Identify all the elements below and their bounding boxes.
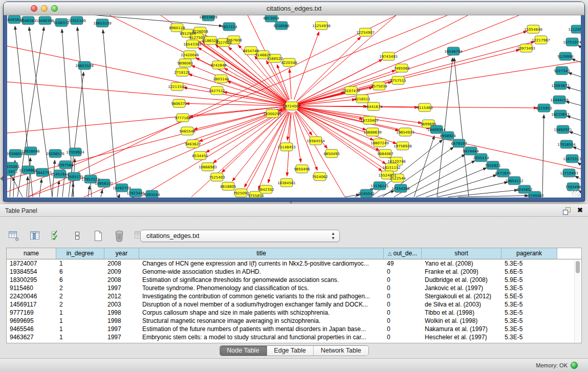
table-cell[interactable]: 1997 [104,333,139,341]
table-cell[interactable]: 2 [56,292,104,300]
table-cell[interactable]: 5.3E-5 [502,259,557,268]
table-cell[interactable]: Wolkin et al. (1998) [422,317,502,325]
table-row[interactable]: 977716911998Corpus callosum shape and si… [7,309,581,317]
table-scrollbar[interactable] [574,260,581,343]
table-cell[interactable]: 0 [384,292,422,300]
table-cell[interactable]: 0 [384,300,422,309]
table-cell[interactable]: 0 [384,309,422,317]
table-row[interactable]: 1938455462009Genome-wide association stu… [7,268,581,276]
table-cell[interactable]: Nakamura et al. (1997) [422,325,502,333]
table-cell[interactable]: 19384554 [7,268,56,276]
table-cell[interactable]: 1 [56,259,104,268]
table-row[interactable]: 946554611997Estimation of the future num… [7,325,581,333]
table-cell[interactable]: 5.3E-5 [502,300,557,309]
table-cell[interactable]: 0 [384,284,422,292]
table-cell[interactable]: Tibbo et al. (1998) [422,309,502,317]
table-cell[interactable]: Structural magnetic resonance image aver… [139,317,384,325]
table-cell[interactable]: Genome-wide association studies in ADHD. [139,268,384,276]
table-row[interactable]: 969969511998Structural magnetic resonanc… [7,317,581,325]
table-cell[interactable]: 6 [56,268,104,276]
table-cell[interactable]: Tourette syndrome. Phenomenology and cla… [139,284,384,292]
table-cell[interactable]: 5.5E-5 [502,292,557,300]
table-cell[interactable]: 5.9E-5 [502,276,557,284]
tab-node-table[interactable]: Node Table [220,346,267,356]
column-header-title[interactable]: title [139,248,384,259]
float-panel-icon[interactable] [562,207,571,215]
rows-button[interactable] [70,230,84,243]
table-cell[interactable]: Estimation of significance thresholds fo… [139,276,384,284]
table-cell[interactable]: 0 [384,325,422,333]
column-header-short[interactable]: short [422,248,502,259]
maximize-window-icon[interactable] [51,5,58,12]
panel-collapse-arrow-icon[interactable] [0,176,3,181]
table-cell[interactable]: Jankovic et al. (1997) [422,284,502,292]
table-cell[interactable]: 9699695 [7,317,56,325]
table-cell[interactable]: 1 [56,333,104,341]
tab-edge-table[interactable]: Edge Table [267,346,313,356]
network-canvas[interactable]: 1872400789601288912954822605891275031654… [7,15,581,198]
column-header-pagerank[interactable]: pagerank [502,248,557,259]
table-cell[interactable]: 6 [56,276,104,284]
column-header-in_degree[interactable]: in_degree [56,248,104,259]
window-resize-grip[interactable] [572,188,580,196]
table-cell[interactable]: 5.3E-5 [502,309,557,317]
table-row[interactable]: 1872400712008Changes of HCN gene express… [7,259,581,268]
table-cell[interactable]: 2009 [104,268,139,276]
table-cell[interactable]: 22420046 [7,292,56,300]
table-cell[interactable]: 1998 [104,317,139,325]
table-row[interactable]: 2242004622012Investigating the contribut… [7,292,581,300]
table-cell[interactable]: 0 [384,268,422,276]
table-cell[interactable]: 0 [384,276,422,284]
minimize-window-icon[interactable] [41,5,48,12]
table-cell[interactable]: Dudbridge et al. (2008) [422,276,502,284]
table-cell[interactable]: Changes of HCN gene expression and I(f) … [139,259,384,268]
table-cell[interactable]: 2012 [104,292,139,300]
table-cell[interactable]: 14569117 [7,300,56,309]
table-cell[interactable]: 2 [56,300,104,309]
table-cell[interactable]: 49 [384,259,422,268]
column-visibility-button[interactable] [28,230,42,243]
table-cell[interactable]: 2 [56,284,104,292]
table-cell[interactable]: 9115460 [7,284,56,292]
column-header-name[interactable]: name [7,248,56,259]
table-cell[interactable]: 9463627 [7,333,56,341]
table-cell[interactable]: 18300295 [7,276,56,284]
table-cell[interactable]: 1997 [104,284,139,292]
table-cell[interactable]: de Silva et al. (2003) [422,300,502,309]
table-cell[interactable]: Hescheler et al. (1997) [422,333,502,341]
table-settings-button[interactable]: ⚙ [7,230,21,243]
table-cell[interactable]: Embryonic stem cells: a model to study s… [139,333,384,341]
close-panel-icon[interactable]: ✖ [577,206,583,214]
table-cell[interactable]: 9777169 [7,309,56,317]
new-file-button[interactable] [91,230,105,243]
tab-network-table[interactable]: Network Table [314,346,368,356]
table-cell[interactable]: 5.3E-5 [502,317,557,325]
close-window-icon[interactable] [31,5,37,12]
table-cell[interactable]: 5.3E-5 [502,284,557,292]
table-cell[interactable]: 1998 [104,309,139,317]
table-cell[interactable]: Disruption of a novel member of a sodium… [139,300,384,309]
table-cell[interactable]: 1 [56,317,104,325]
table-cell[interactable]: 9465546 [7,325,56,333]
select-attributes-button[interactable] [49,230,63,243]
table-row[interactable]: 911546021997Tourette syndrome. Phenomeno… [7,284,581,292]
table-cell[interactable]: 5.3E-5 [502,333,557,341]
table-row[interactable]: 1456911722003Disruption of a novel membe… [7,300,581,309]
table-cell[interactable]: Corpus callosum shape and size in male p… [139,309,384,317]
table-cell[interactable]: 1997 [104,325,139,333]
column-header-year[interactable]: year [104,248,139,259]
table-cell[interactable]: 0 [384,317,422,325]
table-cell[interactable]: Franke et al. (2009) [422,268,502,276]
table-cell[interactable]: 2008 [104,259,139,268]
table-cell[interactable]: 2003 [104,300,139,309]
table-row[interactable]: 1830029562008Estimation of significance … [7,276,581,284]
network-window-titlebar[interactable]: citations_edges.txt [4,2,584,15]
delete-button[interactable] [112,230,126,243]
table-cell[interactable]: Estimation of the future numbers of pati… [139,325,384,333]
table-cell[interactable]: 1 [56,325,104,333]
table-scrollbar-thumb[interactable] [576,261,580,273]
table-cell[interactable]: 5.3E-5 [502,325,557,333]
table-cell[interactable]: 1 [56,309,104,317]
table-cell[interactable]: 0 [384,333,422,341]
table-row[interactable]: 946362711997Embryonic stem cells: a mode… [7,333,581,341]
